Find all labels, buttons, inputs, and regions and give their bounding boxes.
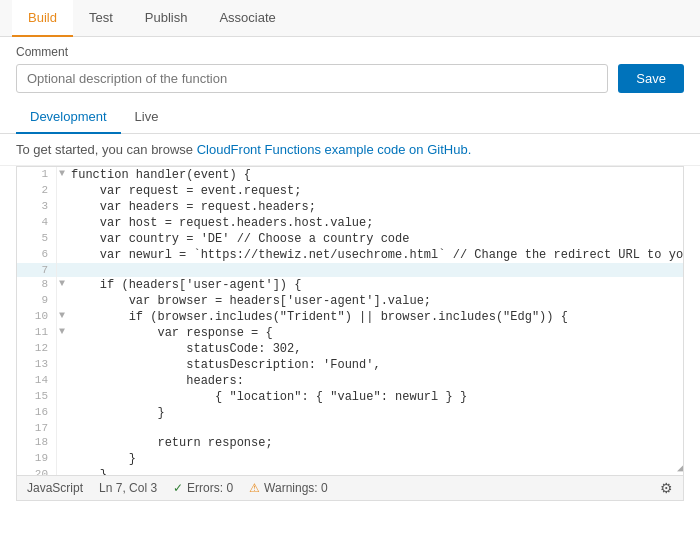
line-number: 8 — [17, 277, 57, 293]
code-line: 20 } — [17, 467, 684, 476]
save-button[interactable]: Save — [618, 64, 684, 93]
fold-arrow[interactable] — [57, 231, 67, 247]
info-bar: To get started, you can browse CloudFron… — [0, 134, 700, 166]
line-code: var headers = request.headers; — [67, 199, 684, 215]
tab-publish[interactable]: Publish — [129, 0, 204, 37]
fold-arrow[interactable] — [57, 341, 67, 357]
fold-arrow[interactable] — [57, 435, 67, 451]
tab-build[interactable]: Build — [12, 0, 73, 37]
sub-tabs: Development Live — [0, 101, 700, 134]
code-line: 19 } — [17, 451, 684, 467]
line-code: if (headers['user-agent']) { — [67, 277, 684, 293]
code-line: 11▼ var response = { — [17, 325, 684, 341]
language-indicator: JavaScript — [27, 481, 83, 495]
line-number: 3 — [17, 199, 57, 215]
fold-arrow[interactable] — [57, 451, 67, 467]
line-number: 1 — [17, 167, 57, 183]
code-editor[interactable]: 1▼function handler(event) {2 var request… — [16, 166, 684, 476]
editor-container: 1▼function handler(event) {2 var request… — [0, 166, 700, 501]
gear-icon: ⚙ — [660, 480, 673, 496]
fold-arrow[interactable] — [57, 199, 67, 215]
line-number: 7 — [17, 263, 57, 277]
code-line: 5 var country = 'DE' // Choose a country… — [17, 231, 684, 247]
line-code: headers: — [67, 373, 684, 389]
warnings-indicator: ⚠ Warnings: 0 — [249, 481, 328, 495]
fold-arrow[interactable] — [57, 263, 67, 277]
code-line: 9 var browser = headers['user-agent'].va… — [17, 293, 684, 309]
cursor-position: Ln 7, Col 3 — [99, 481, 157, 495]
comment-input[interactable] — [16, 64, 608, 93]
line-code — [67, 421, 684, 435]
errors-text: Errors: 0 — [187, 481, 233, 495]
fold-arrow[interactable] — [57, 467, 67, 476]
line-code: var country = 'DE' // Choose a country c… — [67, 231, 684, 247]
fold-arrow[interactable]: ▼ — [57, 277, 67, 293]
line-code: statusCode: 302, — [67, 341, 684, 357]
errors-indicator: ✓ Errors: 0 — [173, 481, 233, 495]
code-line: 2 var request = event.request; — [17, 183, 684, 199]
fold-arrow[interactable] — [57, 405, 67, 421]
warning-icon: ⚠ — [249, 481, 260, 495]
settings-button[interactable]: ⚙ — [660, 480, 673, 496]
resize-handle[interactable]: ◢ — [671, 463, 683, 475]
line-code: return response; — [67, 435, 684, 451]
code-line: 4 var host = request.headers.host.value; — [17, 215, 684, 231]
fold-arrow[interactable]: ▼ — [57, 309, 67, 325]
code-line: 10▼ if (browser.includes("Trident") || b… — [17, 309, 684, 325]
code-line: 1▼function handler(event) { — [17, 167, 684, 183]
line-code: var request = event.request; — [67, 183, 684, 199]
line-number: 20 — [17, 467, 57, 476]
top-nav: Build Test Publish Associate — [0, 0, 700, 37]
line-code: var response = { — [67, 325, 684, 341]
check-icon: ✓ — [173, 481, 183, 495]
code-line: 12 statusCode: 302, — [17, 341, 684, 357]
fold-arrow[interactable] — [57, 183, 67, 199]
line-number: 10 — [17, 309, 57, 325]
status-bar: JavaScript Ln 7, Col 3 ✓ Errors: 0 ⚠ War… — [16, 476, 684, 501]
line-number: 4 — [17, 215, 57, 231]
tab-development[interactable]: Development — [16, 101, 121, 134]
status-left: JavaScript Ln 7, Col 3 ✓ Errors: 0 ⚠ War… — [27, 481, 328, 495]
line-code: var browser = headers['user-agent'].valu… — [67, 293, 684, 309]
code-line: 7 — [17, 263, 684, 277]
fold-arrow[interactable] — [57, 293, 67, 309]
code-line: 18 return response; — [17, 435, 684, 451]
code-line: 15 { "location": { "value": newurl } } — [17, 389, 684, 405]
line-number: 18 — [17, 435, 57, 451]
line-number: 2 — [17, 183, 57, 199]
fold-arrow[interactable] — [57, 215, 67, 231]
fold-arrow[interactable] — [57, 389, 67, 405]
line-number: 11 — [17, 325, 57, 341]
tab-live[interactable]: Live — [121, 101, 173, 134]
info-text: To get started, you can browse — [16, 142, 197, 157]
code-line: 17 — [17, 421, 684, 435]
tab-test[interactable]: Test — [73, 0, 129, 37]
comment-section: Comment Save — [0, 37, 700, 101]
line-number: 13 — [17, 357, 57, 373]
line-code: } — [67, 451, 684, 467]
line-code — [67, 263, 684, 277]
fold-arrow[interactable]: ▼ — [57, 167, 67, 183]
code-line: 6 var newurl = `https://thewiz.net/usech… — [17, 247, 684, 263]
code-line: 8▼ if (headers['user-agent']) { — [17, 277, 684, 293]
fold-arrow[interactable] — [57, 357, 67, 373]
code-line: 13 statusDescription: 'Found', — [17, 357, 684, 373]
fold-arrow[interactable] — [57, 247, 67, 263]
line-number: 14 — [17, 373, 57, 389]
fold-arrow[interactable] — [57, 373, 67, 389]
line-code: statusDescription: 'Found', — [67, 357, 684, 373]
line-code: function handler(event) { — [67, 167, 684, 183]
fold-arrow[interactable] — [57, 421, 67, 435]
fold-arrow[interactable]: ▼ — [57, 325, 67, 341]
line-code: if (browser.includes("Trident") || brows… — [67, 309, 684, 325]
code-line: 3 var headers = request.headers; — [17, 199, 684, 215]
code-line: 14 headers: — [17, 373, 684, 389]
line-number: 17 — [17, 421, 57, 435]
line-number: 9 — [17, 293, 57, 309]
line-code: } — [67, 405, 684, 421]
line-code: var host = request.headers.host.value; — [67, 215, 684, 231]
comment-label: Comment — [16, 45, 684, 59]
line-code: } — [67, 467, 684, 476]
github-link[interactable]: CloudFront Functions example code on Git… — [197, 142, 472, 157]
tab-associate[interactable]: Associate — [203, 0, 291, 37]
